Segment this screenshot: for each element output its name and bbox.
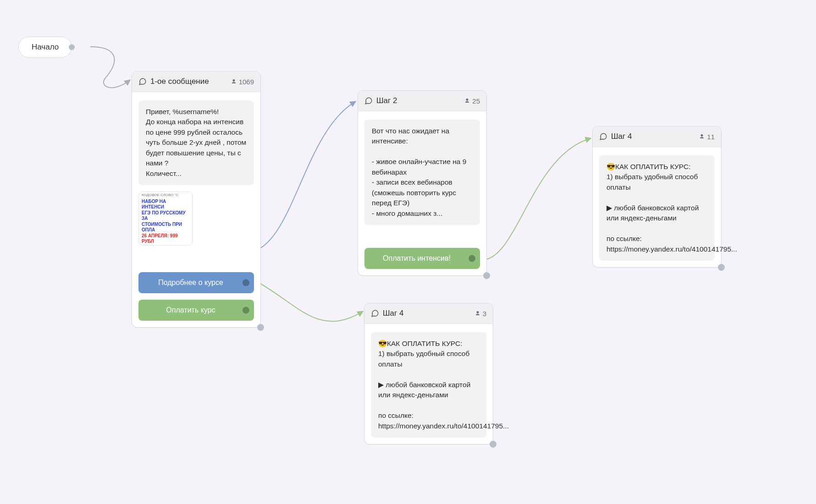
chat-icon <box>599 132 607 141</box>
user-icon <box>231 78 237 85</box>
user-icon <box>464 98 470 104</box>
user-count: 11 <box>707 133 715 141</box>
connector-handle[interactable] <box>243 307 249 314</box>
button-label: Подробнее о курсе <box>158 279 223 286</box>
user-count: 25 <box>472 97 480 105</box>
connector-handle[interactable] <box>718 264 725 271</box>
connector-handle[interactable] <box>490 441 496 448</box>
connector-handle[interactable] <box>483 272 490 279</box>
attachment-thumb[interactable]: КОДОВОЕ СЛОВО "С НАБОР НА ИНТЕНСИ ЕГЭ ПО… <box>138 192 193 246</box>
user-icon <box>699 133 705 140</box>
connector-handle[interactable] <box>469 255 475 262</box>
chat-icon <box>364 97 373 105</box>
user-count: 3 <box>483 310 486 318</box>
button-label: Оплатить курс <box>166 306 215 314</box>
card-title: Шаг 2 <box>376 96 397 105</box>
connector-handle[interactable] <box>243 279 249 286</box>
button-label: Оплатить интенсив! <box>383 254 451 262</box>
message-text: Вот что нас ожидает на интенсиве: - живо… <box>364 120 480 225</box>
start-label: Начало <box>32 43 59 52</box>
flow-canvas[interactable]: Начало 1-ое сообщение 1069 Привет, %user… <box>0 0 816 504</box>
user-icon <box>475 310 480 317</box>
connector-handle[interactable] <box>69 44 75 50</box>
user-count: 1069 <box>239 78 254 86</box>
pay-course-button[interactable]: Оплатить курс <box>138 300 254 321</box>
card-title: Шаг 4 <box>383 309 403 318</box>
node-step-4-right[interactable]: Шаг 4 11 😎КАК ОПЛАТИТЬ КУРС: 1) выбрать … <box>592 126 722 268</box>
node-first-message[interactable]: 1-ое сообщение 1069 Привет, %username%! … <box>132 71 261 328</box>
chat-icon <box>138 77 147 86</box>
card-title: Шаг 4 <box>611 132 632 141</box>
node-step-4-lower[interactable]: Шаг 4 3 😎КАК ОПЛАТИТЬ КУРС: 1) выбрать у… <box>364 303 493 444</box>
more-about-course-button[interactable]: Подробнее о курсе <box>138 272 254 293</box>
message-text: 😎КАК ОПЛАТИТЬ КУРС: 1) выбрать удобный с… <box>371 332 486 438</box>
node-step-2[interactable]: Шаг 2 25 Вот что нас ожидает на интенсив… <box>358 90 487 276</box>
chat-icon <box>371 309 379 318</box>
pay-intensive-button[interactable]: Оплатить интенсив! <box>364 248 480 269</box>
message-text: 😎КАК ОПЛАТИТЬ КУРС: 1) выбрать удобный с… <box>599 155 715 261</box>
connector-handle[interactable] <box>257 324 264 331</box>
message-text: Привет, %username%! До конца набора на и… <box>138 100 254 185</box>
start-node[interactable]: Начало <box>18 37 72 58</box>
card-title: 1-ое сообщение <box>150 77 209 86</box>
